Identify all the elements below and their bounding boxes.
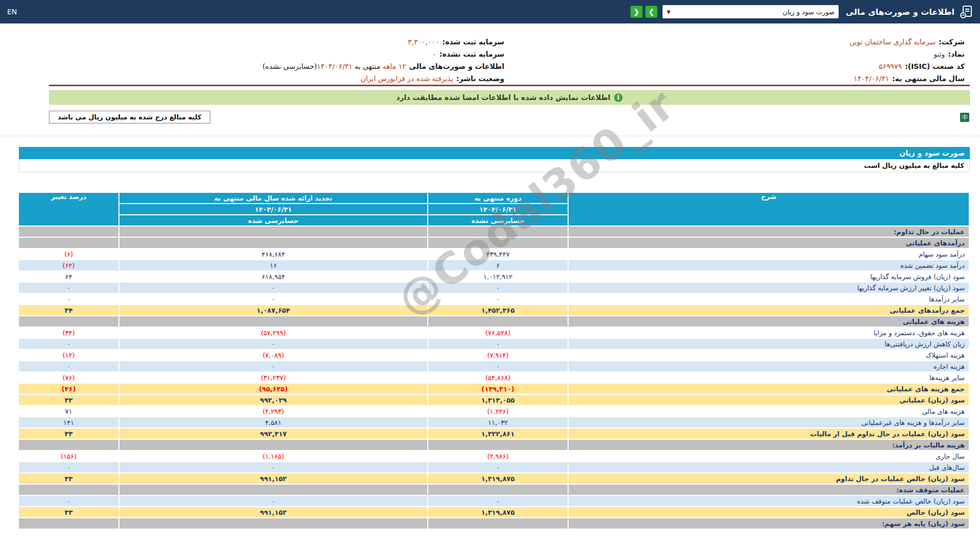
statement-table-header: شرح دوره منتهی به تجدید ارائه شده سال ما… (18, 192, 969, 226)
registered-capital-field: سرمایه ثبت شده: ۳,۳۰۰,۰۰۰ (49, 36, 509, 48)
row-current-value (428, 518, 568, 529)
row-label: هزینه اجاره (568, 361, 969, 372)
unregistered-capital-value: ۰ (432, 50, 436, 58)
col-header-restated-period: تجدید ارائه شده سال مالی منتهی به (119, 192, 428, 204)
company-value: سرمایه گذاری ساختمان نوین (849, 38, 936, 46)
row-prior-value (119, 237, 428, 248)
row-change-value: (۶) (18, 248, 119, 260)
unregistered-capital-field: سرمایه ثبت نشده: ۰ (49, 48, 509, 60)
company-label: شرکت: (939, 38, 965, 46)
row-label: هزینه های مالی (568, 406, 969, 417)
row-label: سایر هزینه‌ها (568, 372, 969, 383)
statement-date: ۱۴۰۴/۰۶/۳۱ (317, 62, 353, 70)
row-label: درآمد سود تضمین شده (568, 260, 969, 271)
row-label: سایر درآمدها و هزینه های غیرعملیاتی (568, 417, 969, 428)
row-prior-value: ۱,۰۸۷,۶۵۴ (119, 305, 428, 316)
table-row: زیان کاهش ارزش دریافتنی‌ها۰۰۰ (18, 338, 969, 349)
row-change-value (18, 518, 119, 529)
table-row: جمع درآمدهای عملیاتی۱,۴۵۲,۳۶۵۱,۰۸۷,۶۵۴۳۴ (18, 305, 969, 316)
table-row: سایر درآمدها و هزینه های غیرعملیاتی۱۱,۰۳… (18, 417, 969, 428)
row-label: سود (زیان) خالص عملیات متوقف شده (568, 495, 969, 507)
export-excel-button[interactable] (960, 112, 970, 122)
row-prior-value: ۶۱۸,۹۵۴ (119, 271, 428, 282)
row-change-value: ۳۳ (18, 507, 119, 518)
row-label: سایر درآمدها (568, 293, 969, 305)
col-header-current-period: دوره منتهی به (428, 192, 568, 204)
row-label: هزینه مالیات بر درآمد: (568, 439, 969, 450)
row-prior-value: ۹۹۲,۳۱۷ (119, 428, 428, 439)
statement-table-body: عملیات در حال تداوم:درآمدهای عملیاتیدرآم… (18, 226, 969, 529)
row-current-value (428, 316, 568, 327)
table-row: هزینه های مالی(۱,۲۲۶)(۴,۲۹۳)۷۱ (18, 406, 969, 417)
table-row: سال‌های قبل۰۰۰ (18, 462, 969, 473)
row-current-value: (۷,۹۱۴) (428, 349, 568, 361)
row-change-value: ۰ (18, 361, 119, 372)
prev-statement-button[interactable]: ❮ (630, 6, 643, 18)
row-prior-value: ۴,۵۸۱ (119, 417, 428, 428)
col-header-current-audit: حسابرسی نشده (428, 215, 568, 226)
unregistered-capital-label: سرمایه ثبت نشده: (439, 50, 504, 58)
table-row: درآمد سود سهام۴۳۹,۴۴۷۴۶۸,۶۸۴(۶) (18, 248, 969, 260)
publisher-status-label: وضعیت ناشر: (456, 74, 504, 83)
table-section-row: سود (زیان) پایه هر سهم: (18, 518, 969, 529)
table-row: سود (زیان) عملیاتی۱,۳۱۳,۰۵۵۹۹۲,۰۲۹۳۲ (18, 394, 969, 406)
signature-match-banner: i اطلاعات نمایش داده شده با اطلاعات امضا… (49, 90, 970, 105)
row-prior-value: ۹۹۱,۱۵۲ (119, 507, 428, 518)
company-info-panel: شرکت: سرمایه گذاری ساختمان نوین سرمایه ث… (49, 36, 970, 86)
row-change-value: (۶۲) (18, 260, 119, 271)
table-row: سود (زیان) خالص عملیات متوقف شده۰۰۰ (18, 495, 969, 507)
statement-section: صورت سود و زیان کلیه مبالغ به میلیون ریا… (19, 147, 970, 530)
row-change-value: ۳۳ (18, 428, 119, 439)
registered-capital-value: ۳,۳۰۰,۰۰۰ (408, 38, 439, 46)
row-prior-value: ۱۶ (119, 260, 428, 271)
row-change-value (18, 316, 119, 327)
row-current-value: ۰ (428, 338, 568, 349)
row-current-value: ۱,۳۱۳,۰۵۵ (428, 394, 568, 406)
statement-audit-suffix: (حسابرسی نشده) (262, 62, 317, 70)
row-current-value: (۱۳۹,۳۱۰) (428, 383, 568, 394)
row-change-value (18, 237, 119, 248)
row-prior-value (119, 439, 428, 450)
table-row: سود (زیان) خالص۱,۳۱۹,۸۷۵۹۹۱,۱۵۲۳۳ (18, 507, 969, 518)
row-prior-value: ۰ (119, 462, 428, 473)
next-statement-button[interactable]: ❯ (645, 6, 657, 18)
statement-title-bar: صورت سود و زیان (19, 147, 970, 159)
signature-match-text: اطلاعات نمایش داده شده با اطلاعات امضا ش… (396, 93, 610, 102)
table-section-row: درآمدهای عملیاتی (18, 237, 969, 248)
statement-type-select[interactable]: صورت سود و زیان ▼ (663, 5, 839, 18)
row-current-value (428, 226, 568, 237)
row-prior-value: (۹۵,۶۲۵) (119, 383, 428, 394)
row-change-value (18, 439, 119, 450)
row-label: درآمدهای عملیاتی (568, 237, 969, 248)
table-row: سود (زیان) فروش سرمایه گذاریها۱,۰۱۲,۹۱۲۶… (18, 271, 969, 282)
language-toggle[interactable]: EN (7, 8, 17, 16)
row-prior-value: (۳۱,۲۳۷) (119, 372, 428, 383)
info-icon: i (614, 93, 623, 102)
table-row: هزینه اجاره۰۰۰ (18, 361, 969, 372)
row-label: سود (زیان) عملیات در حال تداوم قبل از ما… (568, 428, 969, 439)
row-prior-value (119, 226, 428, 237)
isic-field: کد صنعت (ISIC): ۵۶۹۹۷۹ (509, 60, 970, 72)
isic-value: ۵۶۹۹۷۹ (879, 62, 902, 70)
symbol-label: نماد: (948, 50, 965, 58)
currency-note-box: کلیه مبالغ درج شده به میلیون ریال می باش… (49, 111, 210, 123)
row-change-value: ۰ (18, 462, 119, 473)
row-current-value: (۵۴,۸۶۸) (428, 372, 568, 383)
company-header-zone: شرکت: سرمایه گذاری ساختمان نوین سرمایه ث… (49, 36, 970, 123)
statement-select-value: صورت سود و زیان (782, 8, 835, 16)
row-change-value: ۳۲ (18, 394, 119, 406)
row-change-value: (۴۶) (18, 383, 119, 394)
statement-table: شرح دوره منتهی به تجدید ارائه شده سال ما… (18, 192, 970, 530)
row-change-value: ۶۴ (18, 271, 119, 282)
row-label: سال جاری (568, 450, 969, 462)
row-label: عملیات متوقف شده: (568, 484, 969, 495)
note-row: کلیه مبالغ درج شده به میلیون ریال می باش… (49, 111, 970, 123)
col-header-percent-change: درصد تغییر (18, 192, 119, 226)
row-prior-value: (۱,۱۶۵) (119, 450, 428, 462)
col-header-current-date: ۱۴۰۴/۰۶/۳۱ (428, 204, 568, 215)
row-label: هزینه های حقوق، دستمزد و مزایا (568, 327, 969, 338)
row-current-value: ۱۱,۰۳۲ (428, 417, 568, 428)
row-label: سود (زیان) فروش سرمایه گذاریها (568, 271, 969, 282)
row-label: درآمد سود سهام (568, 248, 969, 260)
row-change-value (18, 484, 119, 495)
